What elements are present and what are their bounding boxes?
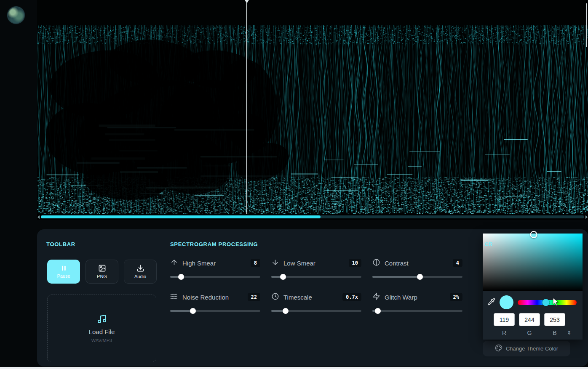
slider-label: High Smear [182, 260, 216, 267]
g-label: G [519, 329, 540, 336]
slider-fill [372, 276, 420, 278]
toolbar-buttons: Pause PNG Audio [47, 260, 157, 284]
scrollbar-track[interactable] [41, 215, 584, 218]
spectrogram-area [37, 0, 588, 220]
high-smear-slider[interactable] [170, 276, 260, 278]
slider-value-badge: 10 [349, 259, 361, 267]
right-section-heading: CR [484, 241, 493, 247]
scroll-right-icon[interactable] [585, 215, 588, 219]
slider-thumb[interactable] [190, 308, 196, 314]
bolt-icon [372, 292, 380, 302]
slider-thumb[interactable] [283, 308, 289, 314]
slider-fill [170, 310, 193, 312]
pause-button-label: Pause [57, 273, 70, 279]
glitch-warp-slider[interactable] [372, 310, 462, 312]
saturation-area[interactable] [483, 234, 583, 291]
r-input[interactable] [494, 313, 515, 326]
slider-value-badge: 0.7x [342, 293, 361, 301]
saturation-cursor[interactable] [530, 231, 537, 238]
slider-glitch-warp: Glitch Warp 2% [372, 292, 462, 312]
slider-thumb[interactable] [417, 274, 423, 280]
processing-sliders: High Smear 8 Low Smear 10 Contrast 4 Noi… [170, 258, 462, 312]
image-icon [98, 264, 106, 272]
change-theme-color-label: Change Theme Color [506, 345, 558, 352]
slider-contrast: Contrast 4 [372, 258, 462, 278]
processing-heading: SPECTROGRAM PROCESSING [170, 241, 258, 247]
slider-thumb[interactable] [280, 274, 286, 280]
b-input[interactable] [544, 313, 565, 326]
slider-timescale: Timescale 0.7x [271, 292, 361, 312]
pause-button[interactable]: Pause [47, 260, 80, 284]
download-icon [136, 264, 144, 272]
window-edge-line [586, 3, 587, 47]
g-input[interactable] [519, 313, 540, 326]
slider-low-smear: Low Smear 10 [271, 258, 361, 278]
rgb-inputs [483, 313, 583, 326]
load-file-formats: WAV/MP3 [91, 338, 112, 343]
timescale-slider[interactable] [271, 310, 361, 312]
spectrogram-scrollbar[interactable] [37, 215, 588, 219]
scroll-left-icon[interactable] [37, 215, 40, 219]
arrow-up-icon [170, 258, 178, 268]
slider-value-badge: 22 [248, 293, 260, 301]
hue-row [483, 295, 583, 309]
scrollbar-thumb[interactable] [41, 215, 321, 218]
slider-value-badge: 8 [251, 259, 260, 267]
change-theme-color-button[interactable]: Change Theme Color [483, 341, 570, 356]
hue-slider[interactable] [518, 300, 577, 305]
hue-thumb[interactable] [543, 299, 550, 306]
playhead-handle[interactable] [245, 0, 249, 3]
audio-button-label: Audio [134, 274, 146, 279]
slider-value-badge: 4 [453, 259, 462, 267]
slider-thumb[interactable] [375, 308, 381, 314]
slider-noise-reduction: Noise Reduction 22 [170, 292, 260, 312]
color-swatch [500, 295, 513, 309]
b-label: B [544, 329, 565, 336]
eyedropper-icon[interactable] [488, 298, 495, 307]
bottom-scrollbar[interactable] [0, 367, 588, 369]
toolbar-heading: TOOLBAR [46, 241, 75, 247]
low-smear-slider[interactable] [271, 276, 361, 278]
rgb-labels: R G B ⇕ [483, 329, 583, 336]
slider-high-smear: High Smear 8 [170, 258, 260, 278]
load-file-label: Load File [89, 328, 115, 335]
arrow-down-icon [271, 258, 279, 268]
slider-label: Timescale [283, 294, 312, 301]
png-export-button[interactable]: PNG [86, 260, 118, 284]
slider-label: Noise Reduction [182, 294, 229, 301]
r-label: R [494, 329, 515, 336]
rgb-mode-toggle-icon[interactable]: ⇕ [567, 330, 571, 336]
pause-icon [60, 265, 67, 272]
spectrogram-canvas[interactable] [37, 0, 588, 214]
music-note-icon [97, 314, 107, 326]
audio-export-button[interactable]: Audio [124, 260, 157, 284]
contrast-slider[interactable] [372, 276, 462, 278]
slider-label: Contrast [385, 260, 409, 267]
png-button-label: PNG [97, 274, 107, 279]
color-picker-popup: R G B ⇕ [483, 234, 583, 340]
waves-icon [170, 292, 178, 302]
slider-label: Low Smear [283, 260, 315, 267]
playhead[interactable] [246, 0, 247, 214]
app-logo[interactable] [7, 6, 25, 24]
slider-thumb[interactable] [178, 274, 184, 280]
slider-label: Glitch Warp [385, 294, 417, 301]
clock-icon [271, 292, 279, 302]
load-file-dropzone[interactable]: Load File WAV/MP3 [47, 295, 156, 362]
slider-value-badge: 2% [450, 293, 462, 301]
palette-icon [495, 344, 502, 353]
contrast-icon [372, 258, 380, 268]
noise-reduction-slider[interactable] [170, 310, 260, 312]
